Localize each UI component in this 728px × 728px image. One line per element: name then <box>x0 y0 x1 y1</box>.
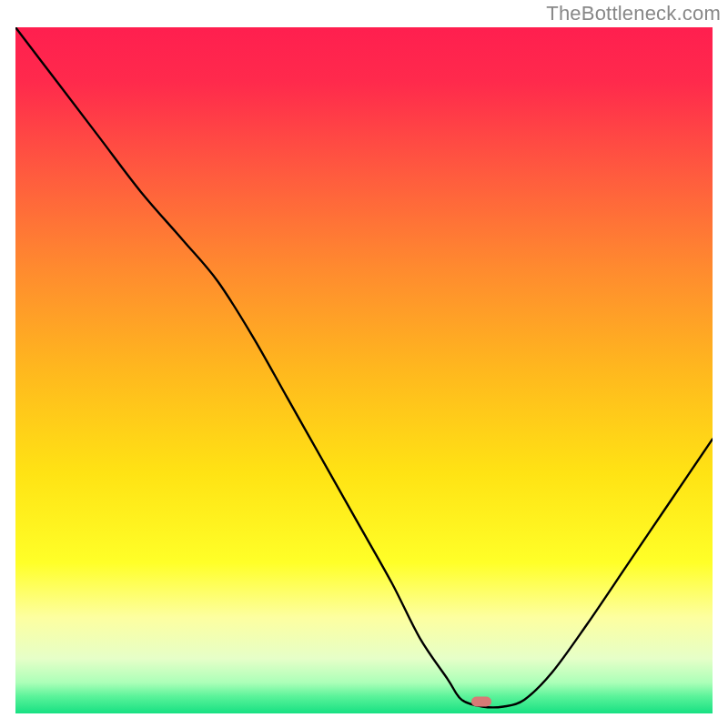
bottleneck-curve <box>15 27 713 713</box>
chart-container: TheBottleneck.com <box>0 0 728 728</box>
watermark-label: TheBottleneck.com <box>546 2 721 25</box>
optimal-point-marker <box>471 697 491 707</box>
plot-area <box>15 27 713 713</box>
